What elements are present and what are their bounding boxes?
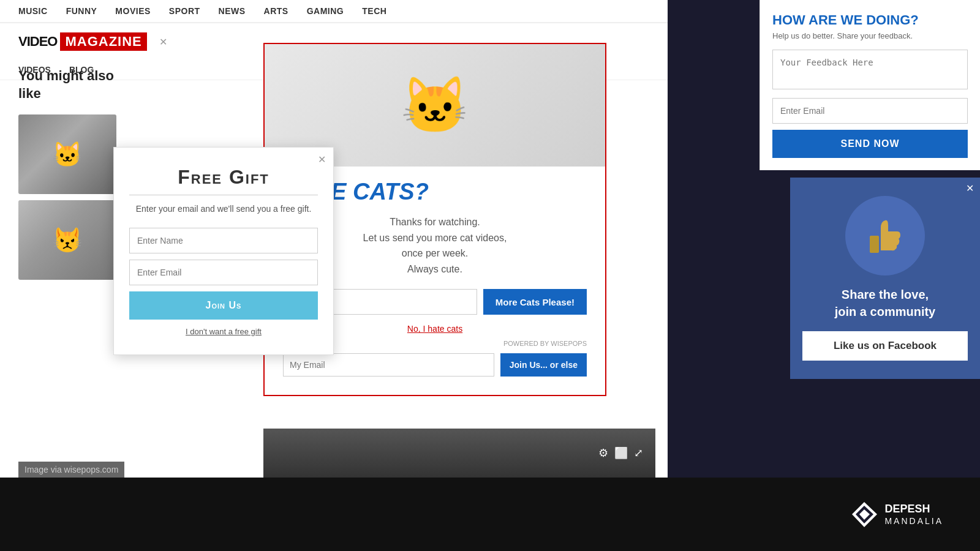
more-cats-button[interactable]: More Cats Please!: [483, 289, 587, 315]
image-credit: Image via wisepops.com: [18, 462, 124, 478]
expand-icon[interactable]: ⤢: [634, 446, 643, 460]
logo-magazine: MAGAZINE: [60, 32, 146, 51]
you-might-title: You might also like: [18, 67, 129, 102]
join-else-button[interactable]: Join Us... or else: [500, 353, 587, 377]
settings-icon[interactable]: ⚙: [598, 446, 608, 460]
free-gift-no-thanks[interactable]: I don't want a free gift: [129, 327, 318, 336]
depesh-diamond-icon: [851, 501, 878, 528]
free-gift-join-button[interactable]: Join Us: [129, 291, 318, 320]
logo-video: VIDEO: [18, 34, 57, 50]
bottom-bar: DEPESH MANDALIA: [0, 478, 980, 551]
close-header-icon[interactable]: ✕: [159, 36, 167, 48]
feedback-subtitle: Help us do better. Share your feedback.: [772, 31, 968, 40]
nav-music[interactable]: MUSIC: [18, 6, 48, 16]
free-gift-name-input[interactable]: [129, 228, 318, 253]
facebook-like-button[interactable]: Like us on Facebook: [802, 331, 968, 361]
feedback-email-input[interactable]: [772, 98, 968, 124]
send-now-button[interactable]: SEND NOW: [772, 130, 968, 158]
cat-thumb-2[interactable]: 😾: [18, 200, 116, 280]
nav-news[interactable]: NEWS: [219, 6, 246, 16]
feedback-textarea[interactable]: [772, 50, 968, 89]
svg-rect-1: [870, 236, 879, 253]
nav-tech[interactable]: TECH: [362, 6, 386, 16]
feedback-title: HOW ARE WE DOING?: [772, 12, 968, 28]
depesh-name: DEPESH: [884, 503, 943, 516]
depesh-name-group: DEPESH MANDALIA: [884, 503, 943, 526]
depesh-subname: MANDALIA: [884, 516, 943, 526]
cat-thumb-1[interactable]: 🐱: [18, 114, 116, 194]
facebook-close-icon[interactable]: ✕: [966, 182, 974, 194]
video-bar: ⚙ ⬜ ⤢: [263, 429, 655, 478]
nav-funny[interactable]: FUNNY: [66, 6, 97, 16]
facebook-thumb-icon: [845, 196, 925, 276]
facebook-community-text: join a community: [802, 305, 968, 319]
facebook-panel: ✕ Share the love, join a community Like …: [790, 178, 980, 379]
nav-gaming[interactable]: GAMING: [307, 6, 344, 16]
cat-image-1: 🐱: [18, 114, 116, 194]
my-email-row: Join Us... or else: [283, 353, 587, 377]
nav-movies[interactable]: MOVIES: [115, 6, 150, 16]
my-email-input[interactable]: [283, 353, 494, 377]
depesh-logo: DEPESH MANDALIA: [851, 501, 943, 528]
sidebar-left: You might also like 🐱 😾: [18, 67, 129, 286]
free-gift-email-input[interactable]: [129, 260, 318, 285]
free-gift-subtitle: Enter your email and we'll send you a fr…: [129, 203, 318, 216]
fullscreen-icon[interactable]: ⬜: [614, 446, 628, 460]
facebook-share-text: Share the love,: [802, 288, 968, 302]
cat-image-2: 😾: [18, 200, 116, 280]
free-gift-title: Free Gift: [129, 166, 318, 195]
free-gift-close-icon[interactable]: ✕: [318, 154, 326, 165]
nav-arts[interactable]: ARTS: [264, 6, 288, 16]
feedback-panel: HOW ARE WE DOING? Help us do better. Sha…: [760, 0, 980, 170]
nav-sport[interactable]: SPORT: [169, 6, 200, 16]
top-nav: MUSIC FUNNY MOVIES SPORT NEWS ARTS GAMIN…: [0, 0, 668, 23]
free-gift-popup: ✕ Free Gift Enter your email and we'll s…: [113, 147, 334, 355]
